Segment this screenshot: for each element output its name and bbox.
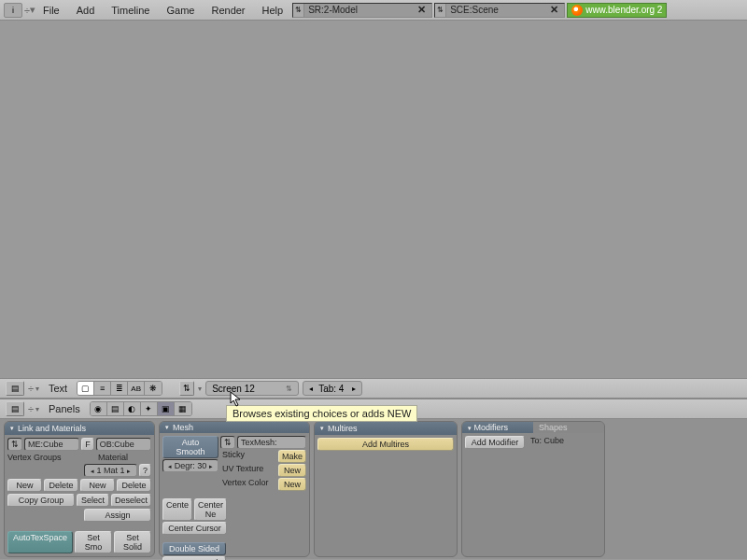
- tab-shapes[interactable]: Shapes: [533, 422, 604, 433]
- set-smooth-button[interactable]: Set Smo: [75, 531, 112, 553]
- add-modifier-button[interactable]: Add Modifier: [465, 436, 525, 449]
- text-label: Text: [43, 383, 73, 394]
- autotexspace-button[interactable]: AutoTexSpace: [7, 531, 73, 553]
- panel-mesh: ▾ Mesh Auto Smooth ◂ Degr: 30 ▸ ⇅TexMesh…: [159, 421, 310, 557]
- updown-icon: ⇅: [286, 385, 292, 393]
- auto-smooth-button[interactable]: Auto Smooth: [162, 436, 218, 458]
- texmesh-browse-icon[interactable]: ⇅: [220, 436, 235, 449]
- menu-file[interactable]: File: [35, 5, 67, 16]
- chevron-down-icon[interactable]: ▾: [35, 405, 39, 413]
- viewport-area[interactable]: [0, 21, 747, 378]
- vgroup-delete-button[interactable]: Delete: [44, 479, 78, 492]
- mat-deselect-button[interactable]: Deselect: [111, 494, 151, 507]
- menu-help[interactable]: Help: [255, 5, 291, 16]
- triangle-down-icon: ▾: [468, 425, 472, 431]
- uvtex-label: UV Texture: [220, 464, 276, 477]
- ob-field[interactable]: OB:Cube: [96, 438, 151, 451]
- plugin-icon[interactable]: ❋: [145, 382, 162, 395]
- text-display-group: ▢ ≡ ≣ AB ❋: [77, 381, 162, 396]
- texmesh-field[interactable]: TexMesh:: [237, 436, 306, 449]
- uvtex-new-button[interactable]: New: [278, 464, 306, 477]
- menu-render[interactable]: Render: [204, 5, 252, 16]
- close-icon[interactable]: ✕: [416, 4, 428, 16]
- window-type-icon[interactable]: i: [4, 3, 22, 18]
- panel-title: Mesh: [173, 423, 193, 432]
- scene-field[interactable]: ⇅ SCE:Scene ✕: [434, 3, 565, 18]
- object-icon[interactable]: ✦: [141, 402, 158, 415]
- screen-value: Screen 12: [212, 384, 255, 394]
- modifier-to-label: To: Cube: [527, 436, 601, 449]
- center-cursor-button[interactable]: Center Cursor: [162, 522, 227, 535]
- chevron-down-icon[interactable]: ▾: [35, 385, 39, 393]
- me-field[interactable]: ME:Cube: [24, 438, 79, 451]
- chevron-left-icon: ◂: [309, 385, 313, 393]
- window-type-icon[interactable]: ▤: [6, 381, 24, 396]
- copy-group-button[interactable]: Copy Group: [7, 494, 75, 507]
- panel-tabs: ▾ Modifiers Shapes: [462, 422, 604, 433]
- chevron-down-icon[interactable]: ▾: [30, 4, 34, 16]
- double-sided-button[interactable]: Double Sided: [162, 542, 226, 555]
- vcol-label: Vertex Color: [220, 478, 276, 491]
- vgroup-new-button[interactable]: New: [7, 479, 42, 492]
- syntax-icon[interactable]: ≣: [111, 382, 128, 395]
- dropdown-caret-icon[interactable]: ⇅: [435, 4, 446, 17]
- panel-modifiers: ▾ Modifiers Shapes Add Modifier To: Cube: [461, 421, 605, 557]
- lines-icon[interactable]: ≡: [94, 382, 111, 395]
- text-header: ▤ ÷ ▾ Text ▢ ≡ ≣ AB ❋ ⇅ ▾ Screen 12 ⇅ ◂ …: [0, 378, 747, 399]
- script-icon[interactable]: ▤: [107, 402, 124, 415]
- menu-dropdown-icon[interactable]: ÷: [28, 403, 32, 414]
- mat-assign-button[interactable]: Assign: [84, 509, 151, 522]
- no-vnormal-button[interactable]: No V.Normal Fli: [162, 556, 226, 560]
- editing-icon[interactable]: ▣: [158, 402, 175, 415]
- window-type-icon[interactable]: ▤: [6, 401, 24, 416]
- tooltip-text: Browses existing choices or adds NEW: [233, 408, 411, 419]
- add-multires-button[interactable]: Add Multires: [317, 438, 454, 451]
- center-new-button[interactable]: Center Ne: [194, 498, 227, 521]
- menu-game[interactable]: Game: [159, 5, 202, 16]
- menu-timeline[interactable]: Timeline: [104, 5, 157, 16]
- screen-toggle-icon[interactable]: ▢: [78, 382, 94, 395]
- me-browse-icon[interactable]: ⇅: [7, 438, 22, 451]
- tab-modifiers[interactable]: ▾ Modifiers: [462, 422, 533, 433]
- sticky-make-button[interactable]: Make: [278, 450, 306, 463]
- screen-layout-field[interactable]: ⇅ SR:2-Model ✕: [292, 3, 432, 18]
- panel-multires: ▾ Multires Add Multires: [314, 421, 458, 557]
- scene-icon[interactable]: ▦: [175, 402, 191, 415]
- material-index-field[interactable]: ◂ 1 Mat 1 ▸: [84, 464, 137, 477]
- f-button[interactable]: F: [81, 438, 94, 451]
- shading-icon[interactable]: ◐: [124, 402, 141, 415]
- menu-dropdown-icon[interactable]: ÷: [28, 383, 32, 394]
- mat-delete-button[interactable]: Delete: [117, 479, 151, 492]
- tab-field[interactable]: ◂ Tab: 4 ▸: [303, 381, 362, 396]
- panel-header[interactable]: ▾ Mesh: [160, 422, 309, 433]
- close-icon[interactable]: ✕: [548, 4, 560, 16]
- center-button[interactable]: Cente: [162, 498, 192, 521]
- datablock-browse-icon[interactable]: ⇅: [179, 381, 194, 396]
- dropdown-caret-icon[interactable]: ⇅: [293, 4, 304, 17]
- material-label: Material: [75, 453, 151, 462]
- buttons-panels-area: ▾ Link and Materials ⇅ ME:Cube F OB:Cube…: [0, 419, 747, 559]
- tooltip: Browses existing choices or adds NEW: [226, 405, 417, 422]
- triangle-down-icon: ▾: [165, 424, 169, 431]
- context-buttons: ◉ ▤ ◐ ✦ ▣ ▦: [90, 401, 192, 416]
- screen-select[interactable]: Screen 12 ⇅: [205, 381, 299, 396]
- degr-field[interactable]: ◂ Degr: 30 ▸: [162, 459, 218, 472]
- screen-layout-value: SR:2-Model: [308, 5, 358, 15]
- chevron-right-icon: ▸: [352, 385, 356, 393]
- menu-add[interactable]: Add: [69, 5, 103, 16]
- panel-title: Multires: [328, 424, 358, 433]
- vcol-new-button[interactable]: New: [278, 478, 306, 491]
- mat-new-button[interactable]: New: [80, 479, 115, 492]
- set-solid-button[interactable]: Set Solid: [114, 531, 151, 553]
- menu-dropdown-icon[interactable]: ÷: [24, 5, 28, 16]
- panel-header[interactable]: ▾ Multires: [315, 422, 457, 435]
- mat-help-button[interactable]: ?: [139, 464, 151, 477]
- vertex-groups-label: Vertex Groups: [7, 453, 73, 462]
- logic-icon[interactable]: ◉: [91, 402, 107, 415]
- chevron-down-icon[interactable]: ▾: [198, 385, 202, 393]
- panel-header[interactable]: ▾ Link and Materials: [5, 422, 154, 435]
- panel-title: Link and Materials: [18, 424, 86, 433]
- mat-select-button[interactable]: Select: [77, 494, 109, 507]
- blender-link[interactable]: www.blender.org 2: [567, 3, 667, 18]
- ab-icon[interactable]: AB: [128, 382, 145, 395]
